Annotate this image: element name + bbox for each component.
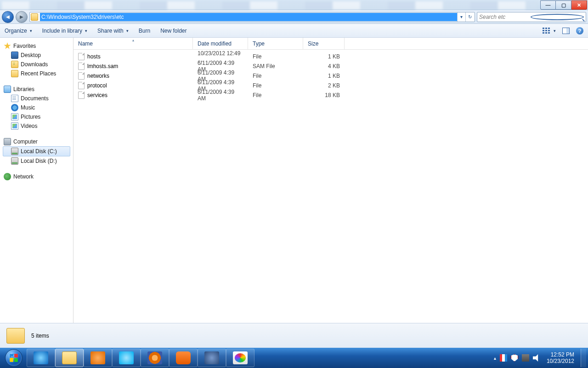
taskbar-paint[interactable] xyxy=(226,349,254,367)
address-history-dropdown[interactable]: ▾ xyxy=(457,12,465,22)
taskbar-firefox[interactable] xyxy=(141,349,169,367)
clock-time: 12:52 PM xyxy=(547,351,574,358)
maximize-button[interactable]: ▢ xyxy=(556,0,571,10)
computer-icon xyxy=(4,138,11,145)
taskbar-idm[interactable] xyxy=(198,349,226,367)
include-library-menu[interactable]: Include in library xyxy=(42,28,87,34)
taskbar-skype[interactable] xyxy=(112,349,141,367)
taskbar-wmp[interactable] xyxy=(84,349,112,367)
file-row[interactable]: lmhosts.sam6/11/2009 4:39 AMSAM File4 KB xyxy=(74,61,588,71)
file-row[interactable]: networks6/11/2009 4:39 AMFile1 KB xyxy=(74,71,588,80)
view-icon xyxy=(543,28,551,34)
sidebar-item-pictures[interactable]: Pictures xyxy=(3,112,70,121)
refresh-button[interactable]: ↻ xyxy=(465,12,474,22)
documents-icon xyxy=(11,95,18,102)
file-date: 6/11/2009 4:39 AM xyxy=(193,89,248,102)
column-headers: Name▴ Date modified Type Size xyxy=(74,38,588,50)
file-icon xyxy=(78,82,85,89)
sidebar-item-music[interactable]: Music xyxy=(3,103,70,112)
pictures-icon xyxy=(11,113,18,121)
sidebar-item-local-disk-d[interactable]: Local Disk (D:) xyxy=(3,156,70,166)
start-button[interactable] xyxy=(1,348,27,368)
minimize-button[interactable]: — xyxy=(540,0,556,10)
address-bar[interactable]: ▾ ↻ xyxy=(29,12,475,22)
star-icon xyxy=(4,42,11,50)
organize-menu[interactable]: Organize xyxy=(5,28,32,34)
file-row[interactable]: protocol6/11/2009 4:39 AMFile2 KB xyxy=(74,80,588,90)
back-button[interactable]: ◄ xyxy=(2,11,14,23)
action-center-icon[interactable] xyxy=(500,354,507,362)
search-icon xyxy=(531,14,584,20)
windows-orb-icon xyxy=(5,349,23,367)
preview-pane-button[interactable] xyxy=(562,28,570,34)
sidebar-item-videos[interactable]: Videos xyxy=(3,121,70,131)
disk-icon xyxy=(11,157,18,165)
libraries-icon xyxy=(4,86,11,93)
show-desktop-button[interactable] xyxy=(581,349,586,367)
file-type: File xyxy=(248,53,303,60)
sidebar-item-desktop[interactable]: Desktop xyxy=(3,51,70,60)
file-list-pane: Name▴ Date modified Type Size hosts10/23… xyxy=(74,38,588,323)
security-icon[interactable] xyxy=(511,354,518,362)
item-count-label: 5 items xyxy=(31,333,49,339)
file-name: hosts xyxy=(87,53,101,60)
forward-button[interactable]: ► xyxy=(16,11,28,23)
column-name[interactable]: Name▴ xyxy=(74,38,193,49)
file-row[interactable]: hosts10/23/2012 12:49 ...File1 KB xyxy=(74,52,588,61)
sidebar-item-local-disk-c[interactable]: Local Disk (C:) xyxy=(3,146,70,156)
sidebar-item-downloads[interactable]: Downloads xyxy=(3,60,70,69)
navigation-pane: Favorites Desktop Downloads Recent Place… xyxy=(0,38,74,323)
new-folder-button[interactable]: New folder xyxy=(160,28,187,34)
navigation-bar: ◄ ► ▾ ↻ Search etc xyxy=(0,10,588,24)
sidebar-libraries[interactable]: Libraries xyxy=(3,85,70,94)
column-size[interactable]: Size xyxy=(303,38,345,49)
file-size: 1 KB xyxy=(303,73,345,79)
preview-pane-icon xyxy=(562,28,570,34)
search-box[interactable]: Search etc xyxy=(477,12,586,22)
column-date[interactable]: Date modified xyxy=(193,38,248,49)
xampp-icon xyxy=(176,351,191,364)
desktop-icon xyxy=(11,52,18,59)
taskbar-explorer[interactable] xyxy=(55,349,84,367)
sidebar-item-documents[interactable]: Documents xyxy=(3,94,70,103)
burn-button[interactable]: Burn xyxy=(139,28,150,34)
file-name: lmhosts.sam xyxy=(87,63,118,69)
volume-icon[interactable] xyxy=(533,354,540,362)
sidebar-favorites[interactable]: Favorites xyxy=(3,41,70,51)
taskbar-clock[interactable]: 12:52 PM 10/23/2012 xyxy=(544,351,577,364)
view-options-button[interactable] xyxy=(543,28,556,34)
file-type: File xyxy=(248,82,303,89)
file-size: 2 KB xyxy=(303,82,345,89)
details-pane: 5 items xyxy=(0,323,588,348)
file-size: 18 KB xyxy=(303,92,345,98)
file-row[interactable]: services6/11/2009 4:39 AMFile18 KB xyxy=(74,90,588,100)
sidebar-label: Favorites xyxy=(13,43,36,49)
file-name: protocol xyxy=(87,82,107,89)
column-type[interactable]: Type xyxy=(248,38,303,49)
taskbar-ie[interactable] xyxy=(27,349,55,367)
videos-icon xyxy=(11,122,18,130)
tray-show-hidden[interactable]: ▴ xyxy=(494,356,496,361)
sidebar-network[interactable]: Network xyxy=(3,172,70,181)
file-size: 1 KB xyxy=(303,53,345,60)
sidebar-computer[interactable]: Computer xyxy=(3,137,70,146)
address-input[interactable] xyxy=(40,13,457,21)
share-with-menu[interactable]: Share with xyxy=(97,28,129,34)
close-button[interactable]: ✕ xyxy=(571,0,587,10)
help-button[interactable]: ? xyxy=(576,27,583,34)
skype-icon xyxy=(119,351,134,364)
network-icon xyxy=(4,173,11,180)
file-name: services xyxy=(87,92,107,98)
taskbar-xampp[interactable] xyxy=(169,349,198,367)
power-icon[interactable] xyxy=(522,354,529,362)
sidebar-label: Computer xyxy=(13,138,38,145)
sidebar-label: Network xyxy=(13,173,34,180)
disk-icon xyxy=(11,148,18,155)
file-icon xyxy=(78,63,85,70)
file-name: networks xyxy=(87,73,109,79)
sidebar-item-recent-places[interactable]: Recent Places xyxy=(3,69,70,78)
file-type: SAM File xyxy=(248,63,303,69)
music-icon xyxy=(11,104,18,111)
file-type: File xyxy=(248,73,303,79)
recent-icon xyxy=(11,70,18,77)
